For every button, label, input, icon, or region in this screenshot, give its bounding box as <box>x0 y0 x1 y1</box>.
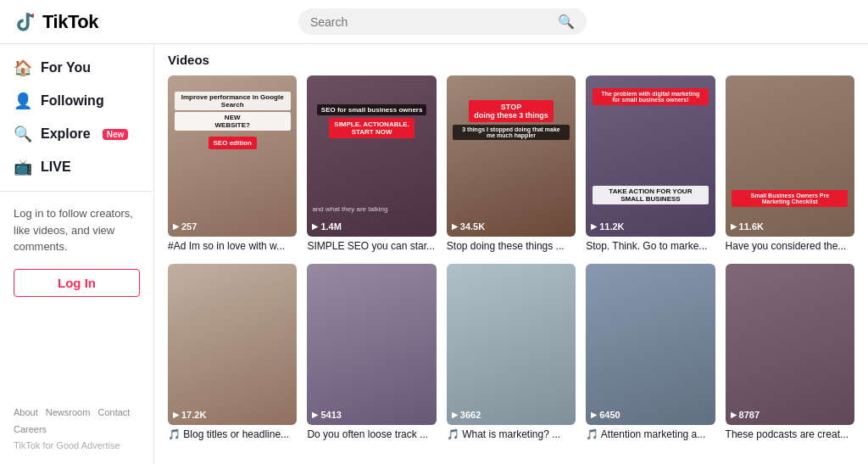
video-views-9: ▶ 6450 <box>591 410 709 420</box>
video-views-6: ▶ 17.2K <box>173 410 292 420</box>
explore-icon: 🔍 <box>14 125 32 143</box>
video-title-9: 🎵 Attention marketing a... <box>586 428 715 442</box>
video-views-5: ▶ 11.6K <box>731 221 849 232</box>
login-button[interactable]: Log In <box>14 269 140 297</box>
footer-about[interactable]: About <box>14 407 38 417</box>
video-title-10: These podcasts are creat... <box>726 428 854 442</box>
sidebar-divider <box>0 191 153 192</box>
sidebar-label-explore: Explore <box>41 126 91 142</box>
main-content: Videos Improve performance in Google Sea… <box>154 44 868 464</box>
footer-contact[interactable]: Contact <box>97 407 130 417</box>
video-title-3: Stop doing these things ... <box>447 240 576 254</box>
video-card-10[interactable]: ▶ 8787 These podcasts are creat... <box>726 264 854 442</box>
sidebar-footer: About Newsroom Contact Careers TikTok fo… <box>0 398 153 457</box>
footer-careers[interactable]: Careers <box>14 424 47 434</box>
footer-bottom: TikTok for Good Advertise <box>14 440 140 450</box>
tiktok-logo-icon <box>14 10 37 34</box>
video-title-4: Stop. Think. Go to marke... <box>586 240 715 254</box>
video-views-10: ▶ 8787 <box>731 410 849 420</box>
video-title-8: 🎵 What is marketing? ... <box>447 428 576 442</box>
video-title-1: #Ad Im so in love with w... <box>168 240 297 254</box>
main-layout: 🏠 For You 👤 Following 🔍 Explore New 📺 LI… <box>0 44 868 464</box>
video-title-5: Have you considered the... <box>726 240 854 254</box>
video-views-7: ▶ 5413 <box>312 410 431 420</box>
search-bar[interactable]: 🔍 <box>298 8 587 35</box>
video-views-1: ▶ 257 <box>173 221 292 232</box>
video-views-3: ▶ 34.5K <box>452 221 570 232</box>
video-views-2: ▶ 1.4M <box>312 221 431 232</box>
sidebar-label-following: Following <box>41 93 104 109</box>
home-icon: 🏠 <box>14 59 32 77</box>
sidebar: 🏠 For You 👤 Following 🔍 Explore New 📺 LI… <box>0 44 154 464</box>
video-title-7: Do you often loose track ... <box>307 428 436 442</box>
sidebar-nav: 🏠 For You 👤 Following 🔍 Explore New 📺 LI… <box>0 51 153 184</box>
section-title: Videos <box>168 53 854 67</box>
following-icon: 👤 <box>14 92 32 110</box>
video-card-5[interactable]: Small Business Owners Pre Marketing Chec… <box>726 75 854 254</box>
video-grid: Improve performance in Google Search NEW… <box>168 75 854 441</box>
footer-links: About Newsroom Contact Careers <box>14 405 140 439</box>
video-card-1[interactable]: Improve performance in Google Search NEW… <box>168 75 297 254</box>
video-views-4: ▶ 11.2K <box>591 221 709 232</box>
logo-text: TikTok <box>42 11 98 33</box>
video-card-4[interactable]: The problem with digital marketing for s… <box>586 75 715 254</box>
header: TikTok 🔍 <box>0 0 868 44</box>
sidebar-item-for-you[interactable]: 🏠 For You <box>0 52 153 84</box>
logo-area: TikTok <box>14 10 98 34</box>
video-title-2: SIMPLE SEO you can star... <box>307 240 436 254</box>
search-icon: 🔍 <box>558 14 575 30</box>
sidebar-item-explore[interactable]: 🔍 Explore New <box>0 118 153 150</box>
video-card-9[interactable]: ▶ 6450 🎵 Attention marketing a... <box>586 264 715 442</box>
video-card-7[interactable]: ▶ 5413 Do you often loose track ... <box>307 264 436 442</box>
video-card-8[interactable]: ▶ 3662 🎵 What is marketing? ... <box>447 264 576 442</box>
sidebar-label-live: LIVE <box>41 159 71 175</box>
new-badge: New <box>103 129 129 140</box>
live-icon: 📺 <box>14 158 32 176</box>
sidebar-item-live[interactable]: 📺 LIVE <box>0 151 153 183</box>
sidebar-item-following[interactable]: 👤 Following <box>0 85 153 117</box>
footer-newsroom[interactable]: Newsroom <box>46 407 91 417</box>
login-prompt: Log in to follow creators, like videos, … <box>0 198 153 262</box>
video-card-2[interactable]: SEO for small business owners SIMPLE. AC… <box>307 75 436 254</box>
video-title-6: 🎵 Blog titles or headline... <box>168 428 297 442</box>
search-input[interactable] <box>310 15 551 29</box>
video-card-3[interactable]: STOPdoing these 3 things 3 things I stop… <box>447 75 576 254</box>
video-card-6[interactable]: ▶ 17.2K 🎵 Blog titles or headline... <box>168 264 297 442</box>
sidebar-label-for-you: For You <box>41 60 91 75</box>
video-views-8: ▶ 3662 <box>452 410 570 420</box>
